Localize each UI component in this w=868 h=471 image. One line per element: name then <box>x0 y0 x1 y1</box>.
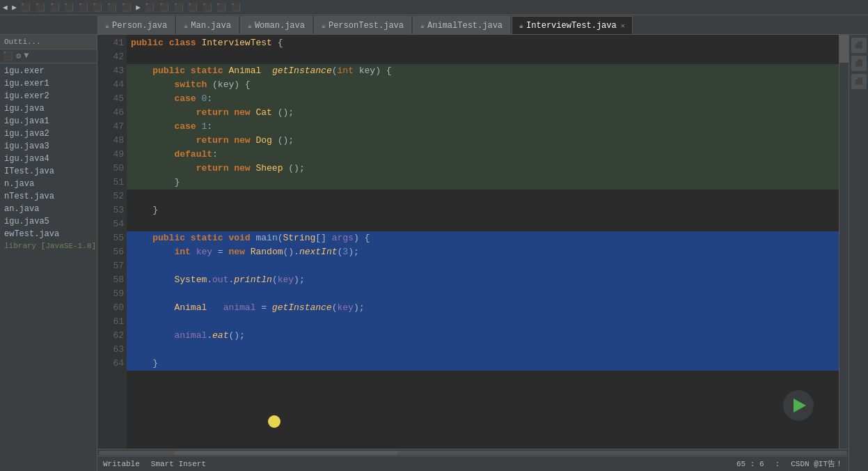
status-bar: Writable Smart Insert 65 : 6 : CSDN @IT告… <box>97 456 849 471</box>
h-scrollbar-thumb[interactable] <box>174 451 399 455</box>
tab-bar: ☕Person.java☕Man.java☕Woman.java☕PersonT… <box>0 15 868 35</box>
sidebar-item[interactable]: igu.java4 <box>0 153 97 165</box>
file-icon: ☕ <box>420 22 425 30</box>
code-line: case 0: <box>127 92 839 106</box>
code-line: public static void main(String[] args) { <box>127 231 839 245</box>
line-number: 59 <box>97 287 124 301</box>
h-scrollbar-track[interactable] <box>99 451 847 455</box>
code-line <box>127 259 839 273</box>
cursor-position: 65 : 6 <box>736 460 764 468</box>
tab-Person-java[interactable]: ☕Person.java <box>97 16 175 34</box>
tab-InterviewTest-java[interactable]: ☕InterviewTest.java✕ <box>512 16 633 34</box>
file-icon: ☕ <box>519 22 523 30</box>
code-line: case 1: <box>127 120 839 134</box>
code-line <box>127 315 839 329</box>
code-line <box>127 217 839 231</box>
code-line: } <box>127 203 839 217</box>
sidebar-item[interactable]: igu.java <box>0 102 97 115</box>
right-label: CSDN @IT告！ <box>791 458 843 469</box>
status-right: 65 : 6 : CSDN @IT告！ <box>736 458 843 469</box>
sidebar-icons: ⬛ ⚙ ▼ <box>0 49 97 63</box>
tab-PersonTest-java[interactable]: ☕PersonTest.java <box>314 16 411 34</box>
code-line: Animal animal = getInstance(key); <box>127 301 839 315</box>
sidebar-item[interactable]: igu.exer <box>0 65 97 77</box>
code-line <box>127 190 839 203</box>
line-number: 42 <box>97 50 124 64</box>
line-number: 46 <box>97 106 124 120</box>
line-number: 51 <box>97 176 124 190</box>
code-line: } <box>127 357 839 371</box>
file-icon: ☕ <box>322 22 326 30</box>
line-numbers: 4142434445464748495051525354555657585960… <box>97 35 127 449</box>
sidebar-item[interactable]: igu.exer1 <box>0 77 97 90</box>
sidebar-item[interactable]: n.java <box>0 178 97 190</box>
code-line: } <box>127 176 839 190</box>
code-line <box>127 287 839 301</box>
tab-AnimalTest-java[interactable]: ☕AnimalTest.java <box>413 16 510 34</box>
code-editor[interactable]: 4142434445464748495051525354555657585960… <box>97 35 849 449</box>
code-line: public class InterviewTest { <box>127 36 839 50</box>
right-panel: ⬛ ⬛ ⬛ <box>849 35 868 471</box>
file-icon: ☕ <box>184 22 188 30</box>
toolbar-icons: ◀ ▶ ⬛ ⬛ ⬛ ⬛ ⬛ ⬛ ⬛ ⬛ ▶ ⬛ ⬛ ⬛ ⬛ ⬛ ⬛ ⬛ <box>3 3 241 12</box>
sidebar-item[interactable]: an.java <box>0 203 97 215</box>
run-icon <box>794 399 806 412</box>
sidebar-item[interactable]: igu.java2 <box>0 128 97 140</box>
sidebar-item[interactable]: igu.java5 <box>0 215 97 228</box>
sidebar-title: Outti... <box>4 38 41 46</box>
line-number: 56 <box>97 245 124 259</box>
horizontal-scrollbar[interactable] <box>97 449 849 456</box>
top-toolbar: ◀ ▶ ⬛ ⬛ ⬛ ⬛ ⬛ ⬛ ⬛ ⬛ ▶ ⬛ ⬛ ⬛ ⬛ ⬛ ⬛ ⬛ <box>0 0 868 15</box>
line-number: 55 <box>97 231 124 245</box>
insert-mode-status: Smart Insert <box>151 460 206 468</box>
scrollbar-thumb[interactable] <box>839 35 849 63</box>
code-line: return new Sheep (); <box>127 162 839 176</box>
file-icon: ☕ <box>105 22 109 30</box>
line-number: 64 <box>97 357 124 371</box>
line-number: 58 <box>97 273 124 287</box>
tab-Man-java[interactable]: ☕Man.java <box>176 16 239 34</box>
sidebar-item[interactable]: ewTest.java <box>0 228 97 240</box>
line-number: 41 <box>97 36 124 50</box>
line-number: 62 <box>97 329 124 343</box>
sidebar: Outti... ⬛ ⚙ ▼ igu.exerigu.exer1igu.exer… <box>0 35 97 471</box>
sidebar-items: igu.exerigu.exer1igu.exer2igu.javaigu.ja… <box>0 63 97 471</box>
editor-scrollbar[interactable] <box>839 35 849 449</box>
code-line: animal.eat(); <box>127 329 839 343</box>
sidebar-collapse-icon[interactable]: ⬛ <box>3 51 13 61</box>
code-line: switch (key) { <box>127 78 839 92</box>
sidebar-header: Outti... <box>0 35 97 49</box>
right-icon-2[interactable]: ⬛ <box>851 56 867 71</box>
code-line: System.out.println(key); <box>127 273 839 287</box>
status-separator: : <box>775 460 780 468</box>
sidebar-item[interactable]: igu.java3 <box>0 140 97 153</box>
tab-Woman-java[interactable]: ☕Woman.java <box>240 16 313 34</box>
right-icon-3[interactable]: ⬛ <box>851 74 867 89</box>
line-number: 43 <box>97 64 124 78</box>
sidebar-library-item[interactable]: library [JavaSE-1.8] <box>0 240 97 252</box>
code-content[interactable]: public class InterviewTest { public stat… <box>127 35 839 449</box>
line-number: 49 <box>97 148 124 162</box>
right-icon-1[interactable]: ⬛ <box>851 38 867 53</box>
sidebar-item[interactable]: igu.exer2 <box>0 90 97 102</box>
line-number: 63 <box>97 343 124 357</box>
file-icon: ☕ <box>248 22 252 30</box>
code-line: default: <box>127 148 839 162</box>
cursor-indicator <box>268 415 281 428</box>
sidebar-settings-icon[interactable]: ⚙ <box>16 51 21 61</box>
code-line: int key = new Random().nextInt(3); <box>127 245 839 259</box>
sidebar-item[interactable]: ITest.java <box>0 165 97 178</box>
writable-status: Writable <box>103 460 140 468</box>
sidebar-item[interactable]: nTest.java <box>0 190 97 203</box>
sidebar-filter-icon[interactable]: ▼ <box>24 51 29 61</box>
code-line <box>127 343 839 357</box>
code-line: return new Cat (); <box>127 106 839 120</box>
run-button[interactable] <box>783 390 814 421</box>
sidebar-item[interactable]: igu.java1 <box>0 115 97 128</box>
close-tab-icon[interactable]: ✕ <box>621 22 625 30</box>
line-number: 45 <box>97 92 124 106</box>
code-line <box>127 50 839 64</box>
line-number: 57 <box>97 259 124 273</box>
line-number: 48 <box>97 134 124 148</box>
code-line: public static Animal getInstance(int key… <box>127 64 839 78</box>
